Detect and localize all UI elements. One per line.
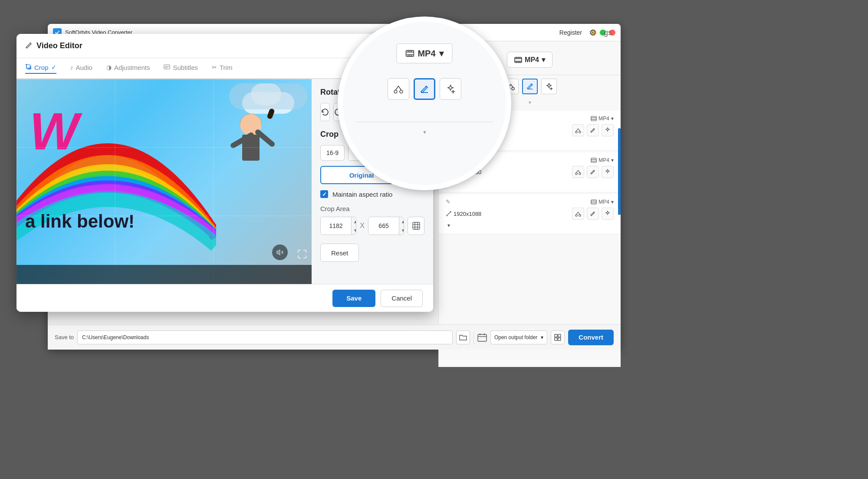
- magic-small-icon2: [605, 169, 611, 175]
- video-enhance-button3[interactable]: [602, 208, 614, 220]
- crop-width-increment[interactable]: ▲: [352, 217, 356, 226]
- open-output-label: Open output folder: [494, 334, 537, 340]
- svg-rect-46: [558, 338, 561, 340]
- tab-audio[interactable]: ♪ Audio: [70, 64, 92, 74]
- output-format-selector[interactable]: MP4 ▾: [591, 116, 614, 122]
- scrollbar[interactable]: [618, 128, 621, 215]
- maintain-aspect-checkbox[interactable]: ✓: [320, 190, 328, 198]
- tab-subtitles[interactable]: Subtitles: [164, 64, 198, 74]
- magnifier-content: MP4 ▾: [343, 22, 506, 185]
- svg-line-21: [576, 129, 578, 131]
- cancel-button[interactable]: Cancel: [381, 290, 423, 307]
- film-small-icon3: [591, 199, 597, 205]
- register-button[interactable]: Register: [559, 29, 582, 36]
- svg-point-27: [575, 173, 577, 175]
- video-edit-button3[interactable]: [587, 208, 599, 220]
- output-format-arrow: ▾: [611, 116, 614, 122]
- svg-point-28: [579, 173, 581, 175]
- video-enhance-button[interactable]: [602, 124, 614, 136]
- output-format-selector2[interactable]: MP4 ▾: [591, 157, 614, 163]
- magnifier-mp4-button[interactable]: MP4 ▾: [396, 43, 452, 63]
- format-label: MP4: [525, 56, 539, 64]
- reset-button[interactable]: Reset: [320, 244, 359, 262]
- video-cut-button2[interactable]: [572, 166, 584, 178]
- svg-rect-43: [555, 334, 557, 337]
- ratio-16-9-button[interactable]: 16-9: [320, 145, 345, 161]
- video-edit-button[interactable]: [587, 124, 599, 136]
- magnifier-cut-button[interactable]: [388, 78, 409, 100]
- edit-tag-icon3[interactable]: ✎: [446, 198, 450, 205]
- svg-point-11: [512, 87, 514, 90]
- crop-tab-icon: [25, 63, 32, 71]
- crop-link-button[interactable]: [408, 217, 424, 235]
- cut-mag-icon: [394, 84, 403, 94]
- crop-width-decrement[interactable]: ▼: [352, 226, 356, 235]
- settings-icon[interactable]: ⚙: [589, 27, 597, 38]
- film-small-icon2: [591, 157, 597, 163]
- svg-line-13: [511, 84, 513, 87]
- video-item-row1c: ✎ MP4 ▾: [446, 198, 614, 205]
- output-format-selector3[interactable]: MP4 ▾: [591, 199, 614, 205]
- audio-tab-icon: ♪: [70, 64, 73, 71]
- magic-mag-icon: [446, 84, 455, 94]
- grid-view-button[interactable]: [551, 330, 565, 344]
- open-output-selector[interactable]: Open output folder ▾: [490, 330, 547, 344]
- edit-small-icon: [590, 127, 596, 133]
- open-output-arrow: ▾: [541, 334, 543, 340]
- convert-button[interactable]: Convert: [568, 330, 614, 345]
- edit-small-icon2: [590, 169, 596, 175]
- format-mp4-button[interactable]: MP4 ▾: [507, 52, 552, 68]
- tab-audio-label: Audio: [76, 64, 92, 71]
- browse-folder-button[interactable]: [456, 330, 470, 344]
- crop-height-input[interactable]: [368, 217, 399, 235]
- format-arrow: ▾: [542, 56, 545, 64]
- film-icon: [514, 56, 522, 64]
- rotate-left-button[interactable]: [320, 103, 330, 121]
- magnifier-enhance-button[interactable]: [440, 78, 461, 100]
- video-cut-button[interactable]: [572, 124, 584, 136]
- crop-width-input[interactable]: [321, 217, 351, 235]
- svg-rect-45: [555, 338, 557, 340]
- resolution-display3: 1920x1088: [446, 211, 481, 217]
- svg-line-37: [576, 212, 578, 215]
- video-controls-bar: [16, 265, 312, 284]
- edit-action-button[interactable]: [522, 79, 538, 94]
- crop-height-spinners: ▲ ▼: [399, 217, 404, 235]
- save-to-label: Save to: [55, 334, 74, 340]
- resolution-text-value3: 1920x1088: [454, 211, 481, 217]
- tab-crop[interactable]: Crop ✓: [25, 63, 56, 74]
- expand-arrow-icon[interactable]: ▾: [529, 99, 531, 106]
- crop-icon: [25, 63, 32, 70]
- edit-header-icon: [25, 41, 33, 49]
- svg-line-38: [578, 212, 580, 215]
- magnifier-edit-button[interactable]: [414, 78, 435, 100]
- crop-width-input-wrapper: ▲ ▼: [320, 217, 356, 235]
- svg-point-35: [575, 215, 577, 216]
- fullscreen-icon[interactable]: [298, 250, 306, 260]
- tab-trim[interactable]: ✂ Trim: [212, 64, 232, 74]
- output-format-label3: MP4: [598, 199, 609, 205]
- tab-trim-label: Trim: [220, 64, 232, 71]
- svg-point-20: [579, 131, 581, 133]
- divider: [473, 331, 474, 344]
- save-button[interactable]: Save: [332, 290, 375, 307]
- svg-point-36: [579, 215, 581, 216]
- cut-small-icon: [575, 127, 581, 133]
- video-expand-button3[interactable]: ▾: [446, 221, 452, 229]
- video-enhance-button2[interactable]: [602, 166, 614, 178]
- video-item-expand3: ▾: [446, 221, 614, 229]
- video-editor-modal: Video Editor × Crop ✓ ♪ Audio ◑ Adjustme…: [16, 34, 433, 312]
- svg-line-34: [447, 211, 451, 216]
- maintain-aspect-label: Maintain aspect ratio: [332, 191, 392, 198]
- crop-height-decrement[interactable]: ▼: [399, 226, 404, 235]
- crop-height-increment[interactable]: ▲: [399, 217, 404, 226]
- tab-adjustments[interactable]: ◑ Adjustments: [106, 64, 150, 74]
- save-path-input[interactable]: [77, 330, 453, 344]
- mute-icon[interactable]: [272, 244, 288, 260]
- video-cut-button3[interactable]: [572, 208, 584, 220]
- crop-width-spinners: ▲ ▼: [351, 217, 356, 235]
- enhance-action-button[interactable]: [541, 79, 557, 94]
- svg-line-22: [578, 129, 580, 131]
- grid-icon: [554, 334, 561, 341]
- video-edit-button2[interactable]: [587, 166, 599, 178]
